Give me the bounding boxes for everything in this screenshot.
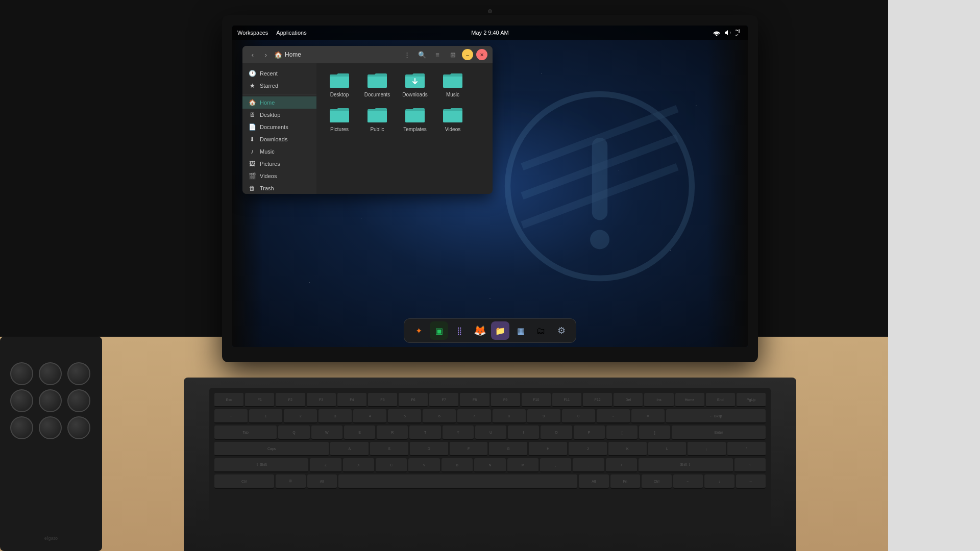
folder-pictures[interactable]: Pictures [322, 103, 357, 136]
grid-view-button[interactable]: ⊞ [447, 48, 459, 61]
sidebar-item-pictures[interactable]: 🖼 Pictures [242, 158, 316, 170]
nav-back-button[interactable]: ‹ [248, 49, 258, 60]
key-9[interactable]: 9 [527, 409, 560, 423]
key-l[interactable]: L [648, 442, 687, 456]
folder-desktop[interactable]: Desktop [322, 68, 357, 101]
key-shift-right[interactable]: Shift ⇧ [639, 458, 732, 472]
key-n[interactable]: N [474, 458, 505, 472]
key-z[interactable]: Z [310, 458, 341, 472]
key-f9[interactable]: F9 [491, 393, 520, 407]
key-a[interactable]: A [330, 442, 369, 456]
dock-settings[interactable]: ⚙ [552, 321, 571, 340]
key-minus[interactable]: - [597, 409, 630, 423]
key-ctrl-right[interactable]: Ctrl [642, 474, 672, 489]
folder-documents[interactable]: Documents [359, 68, 395, 101]
workspaces-button[interactable]: Workspaces [237, 30, 268, 36]
key-u[interactable]: U [475, 425, 506, 440]
key-lbrace[interactable]: [ [606, 425, 638, 440]
key-y[interactable]: Y [443, 425, 474, 440]
menu-button[interactable]: ⋮ [401, 48, 413, 61]
key-7[interactable]: 7 [457, 409, 491, 423]
knob-4[interactable] [10, 389, 33, 412]
sidebar-item-starred[interactable]: ★ Starred [242, 80, 316, 92]
key-f10[interactable]: F10 [522, 393, 551, 407]
nav-forward-button[interactable]: › [261, 49, 271, 60]
key-f7[interactable]: F7 [429, 393, 458, 407]
key-i[interactable]: I [508, 425, 539, 440]
folder-downloads[interactable]: Downloads [397, 68, 433, 101]
key-enter[interactable]: Enter [672, 425, 766, 440]
dock-terminal[interactable]: ▣ [430, 321, 448, 340]
key-f11[interactable]: F11 [552, 393, 581, 407]
key-shift-left[interactable]: ⇧ Shift [214, 458, 308, 472]
key-f2[interactable]: F2 [276, 393, 305, 407]
key-1[interactable]: 1 [249, 409, 282, 423]
key-s[interactable]: S [370, 442, 408, 456]
sidebar-item-music[interactable]: ♪ Music [242, 145, 316, 158]
key-k[interactable]: K [608, 442, 647, 456]
key-f6[interactable]: F6 [399, 393, 428, 407]
key-w[interactable]: W [311, 425, 342, 440]
sidebar-item-documents[interactable]: 📄 Documents [242, 121, 316, 133]
sidebar-item-downloads[interactable]: ⬇ Downloads [242, 133, 316, 145]
key-m[interactable]: M [507, 458, 538, 472]
key-f[interactable]: F [450, 442, 488, 456]
knob-6[interactable] [67, 389, 90, 412]
key-8[interactable]: 8 [493, 409, 526, 423]
key-b[interactable]: B [442, 458, 473, 472]
sidebar-item-recent[interactable]: 🕐 Recent [242, 67, 316, 80]
key-right[interactable]: → [736, 474, 766, 489]
key-quote[interactable]: ' [727, 442, 766, 456]
key-f1[interactable]: F1 [245, 393, 274, 407]
folder-public[interactable]: Public [359, 103, 395, 136]
power-icon[interactable] [736, 29, 743, 36]
key-f8[interactable]: F8 [460, 393, 489, 407]
dock-firefox[interactable]: 🦊 [471, 321, 489, 340]
sidebar-item-videos[interactable]: 🎬 Videos [242, 170, 316, 182]
sidebar-item-home[interactable]: 🏠 Home [242, 96, 316, 109]
dock-launcher[interactable]: ✦ [409, 321, 428, 340]
key-e[interactable]: E [344, 425, 375, 440]
key-left[interactable]: ← [673, 474, 703, 489]
key-space[interactable] [338, 474, 577, 489]
key-fn[interactable]: Fn [610, 474, 641, 489]
applications-button[interactable]: Applications [276, 30, 306, 36]
knob-7[interactable] [10, 416, 33, 439]
key-alt[interactable]: Alt [307, 474, 337, 489]
minimize-button[interactable]: – [462, 49, 473, 60]
knob-1[interactable] [10, 362, 33, 385]
key-2[interactable]: 2 [284, 409, 317, 423]
knob-2[interactable] [39, 362, 62, 385]
key-period[interactable]: . [573, 458, 604, 472]
key-j[interactable]: J [569, 442, 607, 456]
key-del[interactable]: Del [614, 393, 643, 407]
key-f3[interactable]: F3 [307, 393, 336, 407]
key-ctrl[interactable]: Ctrl [214, 474, 274, 489]
volume-icon[interactable] [724, 29, 731, 36]
key-4[interactable]: 4 [353, 409, 386, 423]
key-up[interactable]: ↑ [734, 458, 766, 472]
key-tilde[interactable]: ~ [214, 409, 248, 423]
key-f4[interactable]: F4 [337, 393, 366, 407]
key-rbrace[interactable]: ] [639, 425, 670, 440]
key-super[interactable]: ⊞ [276, 474, 306, 489]
key-c[interactable]: C [376, 458, 407, 472]
search-button[interactable]: 🔍 [416, 48, 428, 61]
key-6[interactable]: 6 [423, 409, 456, 423]
key-o[interactable]: O [541, 425, 572, 440]
key-h[interactable]: H [529, 442, 567, 456]
key-f12[interactable]: F12 [583, 393, 612, 407]
key-comma[interactable]: , [540, 458, 571, 472]
dock-app-grid[interactable]: ⣿ [450, 321, 469, 340]
knob-3[interactable] [67, 362, 90, 385]
dock-workspaces[interactable]: ▦ [511, 321, 530, 340]
key-equals[interactable]: = [631, 409, 665, 423]
key-alt-right[interactable]: Alt [579, 474, 609, 489]
folder-templates[interactable]: Templates [397, 103, 433, 136]
key-caps[interactable]: Caps [214, 442, 329, 456]
folder-videos[interactable]: Videos [435, 103, 471, 136]
key-3[interactable]: 3 [318, 409, 352, 423]
key-v[interactable]: V [408, 458, 439, 472]
key-g[interactable]: G [489, 442, 527, 456]
dock-files[interactable]: 📁 [491, 321, 509, 340]
